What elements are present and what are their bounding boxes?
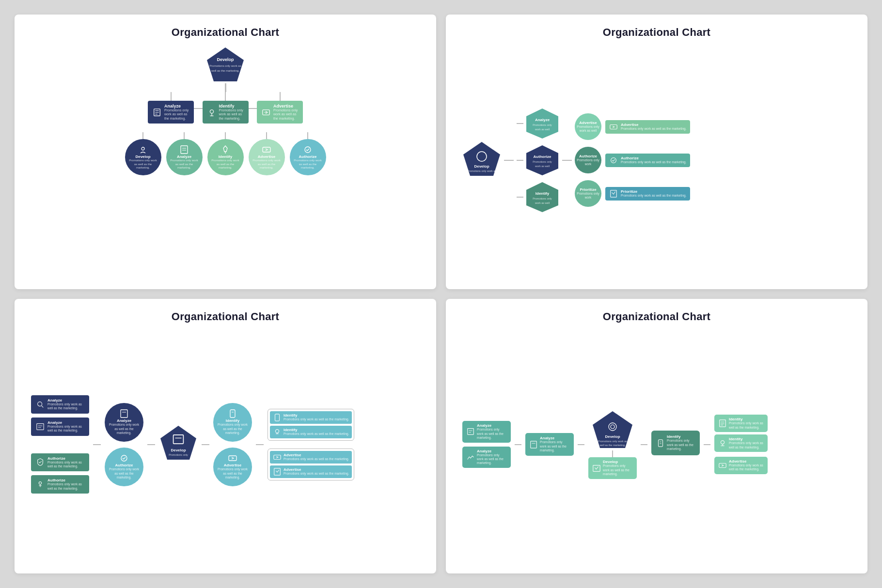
level3-item-1: Develop Promotions only work as well as … <box>125 132 161 175</box>
svg-text:Promotions only: Promotions only <box>533 160 552 163</box>
level2-item-1: Analyze Promotions only work as well as … <box>148 92 194 124</box>
slide3-left-boxes: Analyze Promotions only work as well as … <box>31 395 89 494</box>
svg-text:Develop: Develop <box>474 164 489 169</box>
circle-prioritize-bot: Prioritize Promotions only work <box>575 180 601 207</box>
identify-icon-rb1 <box>273 413 282 422</box>
slide-2: Organizational Chart Develop Promotions … <box>446 15 867 289</box>
slide2-root-shape: Develop Promotions only work as <box>462 141 501 178</box>
rbox-identify-2: Identify Promotions only work as well as… <box>270 426 352 438</box>
conn-mid-right <box>562 160 572 161</box>
svg-text:Promotions only: Promotions only <box>533 124 552 126</box>
slide-3: Organizational Chart Analyze Promotions … <box>15 299 436 573</box>
rbox-advertise: Advertise Promotions only work as well a… <box>605 120 690 134</box>
level2-label-3: Advertise <box>273 104 298 108</box>
mid-hex-2: Authorize Promotions only work as well <box>517 144 559 176</box>
level3-item-5: Authorize Promotions only work as well a… <box>290 132 326 175</box>
svg-point-40 <box>38 402 42 406</box>
circle-authorize-mid: Authorize Promotions only work <box>575 147 601 173</box>
analyze-icon-s4-2 <box>466 453 475 462</box>
conn-root-mid <box>504 160 514 161</box>
slide3-right-box-groups: Identify Promotions only work as well as… <box>268 409 354 480</box>
slide-4: Organizational Chart Analyze Promotions … <box>446 299 867 573</box>
conn-mid-penta-s4 <box>578 444 584 445</box>
right-group-top: Advertise Promotions only work as well A… <box>575 113 690 140</box>
conn-identify-right-s4 <box>704 444 710 445</box>
svg-rect-58 <box>229 456 236 461</box>
level3-item-4: Advertise Promotions only work as well a… <box>249 132 285 175</box>
slide-4-title: Organizational Chart <box>457 310 856 323</box>
analyze-icon-mc <box>119 409 129 418</box>
svg-point-38 <box>611 157 616 163</box>
analyze-icon-s3-2 <box>36 422 45 431</box>
svg-line-41 <box>42 405 44 407</box>
right-group-bot: Prioritize Promotions only work Prioriti… <box>575 180 690 207</box>
svg-point-60 <box>275 429 279 433</box>
conn-rc-boxes-s3 <box>256 444 264 445</box>
svg-point-83 <box>721 441 724 444</box>
svg-rect-19 <box>263 147 270 152</box>
authorize-icon-s3-2 <box>36 480 45 489</box>
svg-rect-64 <box>468 429 474 435</box>
slide-3-content: Analyze Promotions only work as well as … <box>26 331 425 558</box>
s4-bottom-develop: Develop Promotions only work as well as … <box>588 457 637 479</box>
slide3-center-pentagon: Develop Promotions only <box>159 424 198 465</box>
analyze-icon-s3-1 <box>36 400 45 409</box>
slide4-right-groups: Identity Promotions only work as well as… <box>714 415 768 474</box>
develop-icon-l3 <box>138 145 148 155</box>
rbox-advertise-s4: Advertise Promotions only work as well a… <box>714 457 768 474</box>
mid-hex-3: Identify Promotions only work as well <box>517 181 559 213</box>
level3-item-2: Analyze Promotions only work as well as … <box>166 132 203 175</box>
right-group-1-s4: Identity Promotions only work as well as… <box>714 415 768 452</box>
right-boxes-mid: Authorize Promotions only work as well a… <box>605 154 690 167</box>
conn-penta-right-s4 <box>641 444 647 445</box>
slide3-center-shape: Develop Promotions only <box>159 424 198 463</box>
svg-rect-62 <box>274 455 281 459</box>
svg-text:Promotions only work as: Promotions only work as <box>209 64 241 67</box>
slide4-left-boxes: Analyze Promotions only work as well as … <box>462 421 511 468</box>
advertise-icon-r1 <box>609 123 618 131</box>
slide3-right-circles: Identify Promotions only work as well as… <box>213 403 252 486</box>
svg-point-45 <box>39 482 41 484</box>
analyze-icon-l2-1 <box>153 108 161 117</box>
prioritize-icon-r3 <box>609 189 618 198</box>
analyze-icon-l3 <box>179 145 189 155</box>
slide-3-title: Organizational Chart <box>26 310 425 323</box>
level2-item-2: Identify Promotions only work as well as… <box>203 92 249 124</box>
level2-item-3: Advertise Promotions only work as well a… <box>257 92 303 124</box>
rbox-advertise-1: Advertise Promotions only work as well a… <box>270 451 352 464</box>
svg-text:work as well: work as well <box>535 128 550 131</box>
svg-text:Identify: Identify <box>536 191 550 196</box>
svg-point-20 <box>305 147 311 153</box>
svg-text:Promotions only: Promotions only <box>533 197 552 200</box>
slide4-center-pentagon: Develop Promotions only work as well as … <box>588 410 637 479</box>
hex-authorize: Authorize Promotions only work as well <box>525 144 559 176</box>
hex-analyze: Analyze Promotions only work as well <box>525 108 559 139</box>
identify-icon-s4 <box>656 439 665 448</box>
level2-sub-2: Promotions only work as well as the mark… <box>219 108 244 121</box>
level3-row: Develop Promotions only work as well as … <box>125 132 326 175</box>
rbox-prioritize: Prioritize Promotions only work as well … <box>605 187 690 201</box>
level2-row: Analyze Promotions only work as well as … <box>148 92 303 124</box>
advertise-icon-l2 <box>262 108 270 117</box>
slide-2-content: Develop Promotions only work as Analyze … <box>457 46 856 274</box>
circle-advertise-top: Advertise Promotions only work as well <box>575 113 601 140</box>
right-box-group-1-s3: Identify Promotions only work as well as… <box>268 409 354 441</box>
s4-identify-box: Identify Promotions only work as well as… <box>651 431 700 455</box>
mid-hex-1: Analyze Promotions only work as well <box>517 108 559 139</box>
advertise-icon-rb1 <box>273 453 282 462</box>
rbox-authorize: Authorize Promotions only work as well a… <box>605 154 690 167</box>
level2-label-2: Identify <box>219 104 244 108</box>
svg-text:Promotions only work as: Promotions only work as <box>467 170 496 172</box>
slide3-mid-circles: Analyze Promotions only work as well as … <box>105 403 143 486</box>
right-group-mid: Authorize Promotions only work Authorize… <box>575 147 690 173</box>
svg-text:work as well: work as well <box>535 165 550 168</box>
conn-mid-center-s3 <box>147 444 155 445</box>
svg-rect-42 <box>37 423 44 430</box>
level2-label-1: Analyze <box>164 104 189 108</box>
s4-box-analyze-2: Analyze Promotions only work as well as … <box>462 447 511 468</box>
slide4-mid-section: Analyze Promotions only work as well as … <box>525 433 574 455</box>
mid-circle-analyze-s3: Analyze Promotions only work as well as … <box>105 403 143 442</box>
svg-rect-79 <box>720 420 726 427</box>
advertise-icon-s4 <box>718 461 727 470</box>
slide4-identify-center: Identify Promotions only work as well as… <box>651 431 700 458</box>
